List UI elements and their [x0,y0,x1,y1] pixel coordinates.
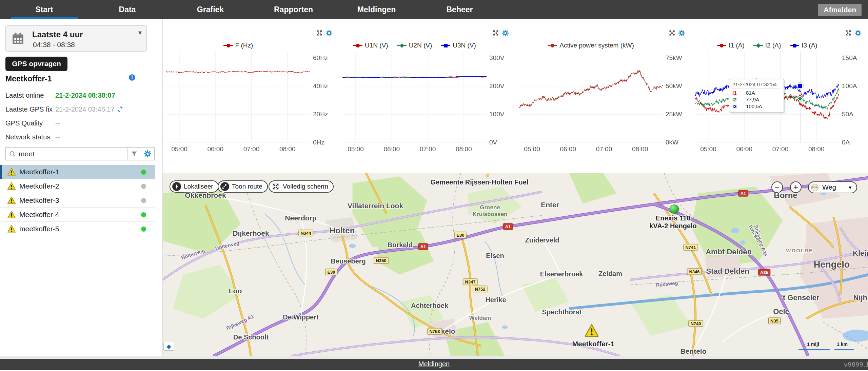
nav-item-data[interactable]: Data [86,0,169,19]
x-axis-tick: 05:00 [167,145,191,153]
road-shield: A1 [503,223,513,230]
chart-settings-icon[interactable] [678,30,685,37]
road-shield: N752 [473,286,487,292]
device-marker-label: Meetkoffer-1 [572,340,615,348]
tooltip-series-value: 100,5A [746,103,762,110]
y-axis-tick: 300V [489,54,513,62]
chart-legend-item[interactable]: U3N (V) [441,42,476,49]
nav-item-start[interactable]: Start [3,0,86,19]
chart-legend-item[interactable]: U1N (V) [353,42,388,49]
chart-legend: F (Hz) [166,42,310,49]
device-search [5,147,155,160]
tooltip-series-value: 77,9A [746,96,759,103]
device-name: meetkoffer-5 [19,225,59,233]
legend-label: I1 (A) [729,42,744,49]
device-warning-marker-icon[interactable] [584,323,599,338]
map-layer-select[interactable]: Weg ▼ [808,181,857,193]
nav-item-beheer[interactable]: Beheer [418,0,501,19]
nav-item-meldingen[interactable]: Meldingen [335,0,418,19]
map-canvas[interactable] [163,173,868,356]
chart-legend-item[interactable]: I1 (A) [717,42,744,49]
legend-label: U1N (V) [365,42,388,49]
device-list-item[interactable]: Meetkoffer-2 [0,179,155,193]
device-list-item[interactable]: meetkoffer-5 [0,222,155,236]
road-shield: E30 [454,232,466,238]
detail-row-last-online: Laatst online 21-2-2024 08:38:07 [5,92,155,102]
device-list-item[interactable]: Meetkoffer-3 [0,193,155,208]
x-axis-tick: 07:00 [592,145,616,153]
road-shield: N741 [683,244,698,251]
enexis-marker-icon[interactable] [670,204,679,214]
sidebar: Laatste 4 uur 04:38 - 08:38 ▾ GPS opvrag… [0,19,163,356]
locate-button[interactable]: Lokaliseer [170,180,219,193]
chart-settings-icon[interactable] [502,30,509,37]
road-shield: E30 [325,269,337,275]
chart-legend-item[interactable]: U2N (V) [397,42,432,49]
y-axis-tick: 100A [842,82,866,90]
road-shield: A1 [738,190,748,197]
chart-legend-item[interactable]: Active power system (kW) [548,42,634,49]
y-axis-tick: 0A [842,139,866,146]
chart-fullscreen-icon[interactable] [492,30,499,36]
chart-fullscreen-icon[interactable] [845,30,852,36]
chart-fullscreen-icon[interactable] [669,30,675,36]
route-icon [220,182,229,191]
warning-icon [7,168,16,176]
nav-item-rapporten[interactable]: Rapporten [252,0,335,19]
detail-value: 21-2-2024 03:46:17 [55,105,123,113]
device-name: Meetkoffer-2 [19,182,59,190]
map[interactable]: Lokaliseer Toon route Volledig scherm − … [163,173,868,356]
road-shield: N347 [463,279,477,285]
logout-button[interactable]: Afmelden [818,4,862,16]
chart-settings-icon[interactable] [854,30,862,37]
fuel-poi-icon [486,174,490,178]
search-input[interactable] [19,148,117,159]
globe-icon [810,183,819,192]
chart-fullscreen-icon[interactable] [316,30,323,36]
legend-marker-icon [753,43,763,48]
chart-legend-item[interactable]: F (Hz) [223,42,253,49]
status-dot [141,227,146,232]
detail-label: Network status [5,133,50,141]
fullscreen-map-button[interactable]: Volledig scherm [269,180,334,193]
show-route-button[interactable]: Toon route [218,180,268,193]
map-logo[interactable]: ◆ [163,342,174,351]
date-range-picker[interactable]: Laatste 4 uur 04:38 - 08:38 ▾ [5,25,147,52]
fullscreen-icon [271,182,280,191]
road-shield: A1 [418,243,428,250]
legend-label: I2 (A) [765,42,781,49]
scale-mile-bar [798,349,831,350]
chart-plot[interactable] [342,51,487,142]
gear-icon [144,150,152,158]
nav-item-grafiek[interactable]: Grafiek [169,0,252,19]
chart-legend-item[interactable]: I3 (A) [790,42,817,49]
chart-plot[interactable] [519,51,663,142]
detail-label: GPS Quality [5,119,43,127]
y-axis-tick: 50kW [666,82,689,90]
legend-label: U2N (V) [409,42,432,49]
refresh-icon[interactable] [117,106,123,113]
road-shield: N344 [298,230,313,236]
divider [0,356,868,359]
footer-meldingen-link[interactable]: Meldingen [418,360,450,368]
device-list-item[interactable]: Meetkoffer-4 [0,208,155,222]
legend-label: Active power system (kW) [559,42,634,49]
status-dot [141,184,146,189]
chart-plot[interactable] [166,51,310,142]
chart-legend-item[interactable]: I2 (A) [753,42,781,49]
x-axis-tick: 07:00 [768,145,792,153]
chart-settings-icon[interactable] [326,30,333,37]
y-axis-tick: 25kW [666,111,689,118]
device-list-item[interactable]: Meetkoffer-1 [0,165,155,179]
road-shield: N740 [688,320,703,327]
legend-marker-icon [223,43,233,48]
y-axis-tick: 100V [489,111,513,118]
search-settings-button[interactable] [141,148,154,160]
info-icon[interactable]: i [129,74,135,81]
filter-button[interactable] [127,148,141,160]
device-name: Meetkoffer-3 [19,196,59,204]
zoom-out-button[interactable]: − [771,181,783,193]
enexis-marker-label: kVA-2 Hengelo [649,222,697,230]
gps-request-button[interactable]: GPS opvragen [5,57,67,71]
zoom-in-button[interactable]: + [790,181,802,193]
